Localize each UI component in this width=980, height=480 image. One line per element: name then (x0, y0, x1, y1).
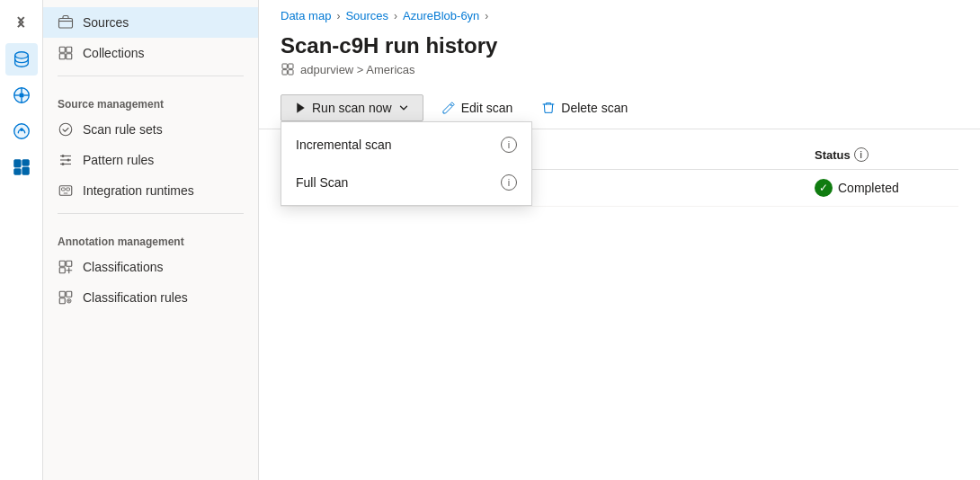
edit-icon (441, 101, 456, 115)
svg-rect-17 (59, 54, 65, 59)
breadcrumb-data-map[interactable]: Data map (281, 9, 331, 22)
svg-rect-16 (67, 47, 72, 52)
svg-rect-38 (289, 64, 293, 68)
page-header: Scan-c9H run history adpurview > America… (259, 26, 980, 87)
sidebar-item-integration-runtimes-label: Integration runtimes (83, 183, 194, 198)
sidebar-item-scan-rule-sets[interactable]: Scan rule sets (43, 114, 258, 145)
svg-rect-15 (59, 47, 65, 52)
delete-scan-button[interactable]: Delete scan (530, 95, 638, 120)
svg-rect-27 (62, 188, 66, 191)
full-scan-label: Full Scan (296, 175, 348, 190)
status-column-label: Status (815, 148, 851, 162)
svg-point-8 (20, 128, 23, 131)
svg-marker-41 (298, 103, 305, 113)
sidebar-item-scan-rule-sets-label: Scan rule sets (83, 122, 163, 137)
page-title: Scan-c9H run history (281, 33, 958, 58)
svg-rect-40 (289, 70, 293, 75)
data-map-nav-icon[interactable] (5, 79, 38, 111)
status-label: Completed (838, 181, 899, 195)
svg-rect-34 (67, 291, 72, 297)
svg-rect-28 (67, 188, 70, 191)
sidebar-item-sources[interactable]: Sources (43, 7, 258, 38)
collection-icon (281, 62, 295, 76)
full-scan-info-icon[interactable]: i (501, 174, 517, 191)
sidebar-item-classification-rules-label: Classification rules (83, 290, 188, 305)
status-completed: ✓ Completed (815, 179, 899, 197)
breadcrumb-chevron-3: › (485, 10, 488, 22)
incremental-scan-label: Incremental scan (296, 138, 392, 152)
main-content: Data map › Sources › AzureBlob-6yn › Sca… (259, 0, 980, 480)
svg-rect-32 (59, 268, 65, 273)
svg-rect-11 (22, 160, 28, 165)
breadcrumb-chevron-1: › (336, 10, 340, 22)
edit-scan-button[interactable]: Edit scan (431, 95, 524, 120)
svg-rect-10 (13, 160, 20, 167)
run-scan-dropdown-menu: Incremental scan i Full Scan i (281, 121, 532, 206)
sidebar-item-collections-label: Collections (83, 46, 144, 60)
chevron-down-icon (397, 102, 410, 114)
sidebar: Sources Collections Source management Sc… (43, 0, 259, 480)
svg-rect-13 (59, 19, 73, 29)
play-icon (294, 102, 307, 114)
status-info-icon[interactable]: i (854, 147, 869, 162)
sidebar-item-sources-label: Sources (83, 15, 129, 30)
svg-rect-37 (282, 64, 287, 68)
sidebar-item-integration-runtimes[interactable]: Integration runtimes (43, 175, 258, 206)
svg-point-24 (67, 159, 70, 162)
toolbar: Run scan now Incremental scan i Full Sca… (259, 87, 980, 129)
svg-rect-31 (67, 261, 72, 266)
svg-rect-30 (59, 261, 65, 266)
collapse-icon[interactable] (5, 7, 38, 40)
status-cell: ✓ Completed (815, 179, 958, 197)
tools-nav-icon[interactable] (5, 151, 38, 183)
run-scan-label: Run scan now (312, 101, 392, 115)
full-scan-option[interactable]: Full Scan i (281, 164, 531, 201)
svg-rect-9 (13, 169, 20, 174)
svg-rect-18 (67, 54, 72, 59)
page-subtitle: adpurview > Americas (281, 62, 958, 76)
sidebar-section-annotation-management: Annotation management (43, 221, 258, 252)
edit-scan-label: Edit scan (461, 101, 513, 115)
sidebar-item-pattern-rules-label: Pattern rules (83, 153, 154, 167)
sidebar-item-collections[interactable]: Collections (43, 38, 258, 68)
svg-rect-35 (59, 298, 65, 304)
sidebar-item-classification-rules[interactable]: Classification rules (43, 282, 258, 313)
svg-point-25 (62, 163, 65, 165)
svg-point-0 (14, 52, 28, 58)
data-catalog-icon[interactable] (5, 43, 38, 76)
page-subtitle-text: adpurview > Americas (300, 63, 415, 76)
sidebar-item-classifications-label: Classifications (83, 260, 163, 274)
run-scan-button[interactable]: Run scan now (281, 94, 423, 121)
delete-scan-label: Delete scan (561, 101, 628, 115)
insights-nav-icon[interactable] (5, 115, 38, 147)
svg-point-19 (59, 123, 72, 136)
delete-icon (541, 101, 556, 115)
col-header-status: Status i (815, 147, 958, 162)
breadcrumb-sources[interactable]: Sources (345, 9, 388, 22)
breadcrumb: Data map › Sources › AzureBlob-6yn › (259, 0, 980, 26)
incremental-scan-option[interactable]: Incremental scan i (281, 126, 531, 164)
sidebar-item-pattern-rules[interactable]: Pattern rules (43, 145, 258, 175)
svg-rect-33 (59, 291, 65, 297)
completed-icon: ✓ (815, 179, 833, 197)
icon-rail (0, 0, 43, 480)
breadcrumb-azure-blob[interactable]: AzureBlob-6yn (403, 9, 479, 22)
svg-point-23 (62, 155, 65, 157)
sidebar-divider-2 (58, 213, 244, 214)
sidebar-divider-1 (58, 76, 244, 76)
run-scan-dropdown-container: Run scan now Incremental scan i Full Sca… (281, 94, 423, 121)
incremental-scan-info-icon[interactable]: i (501, 137, 517, 153)
svg-rect-39 (282, 70, 287, 75)
sidebar-item-classifications[interactable]: Classifications (43, 252, 258, 282)
svg-point-2 (19, 93, 24, 98)
breadcrumb-chevron-2: › (394, 10, 397, 22)
sidebar-section-source-management: Source management (43, 84, 258, 114)
svg-rect-12 (22, 167, 28, 174)
